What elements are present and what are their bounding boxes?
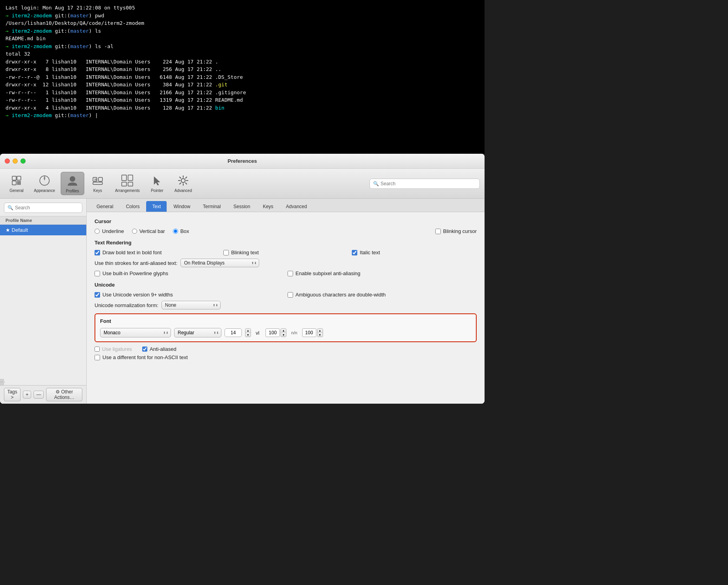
advanced-icon <box>176 173 190 188</box>
font-name-select[interactable]: Monaco Menlo Courier New <box>100 328 171 337</box>
ligatures-label: Use ligatures <box>102 346 132 352</box>
font-size-up[interactable]: ▲ <box>245 329 251 333</box>
drag-dots: ⋮ <box>0 379 6 385</box>
thin-strokes-select-container[interactable]: On Retina Displays Always Never <box>180 259 259 267</box>
terminal-line: → iterm2-zmodem git:(master) pwd <box>6 12 479 20</box>
vl-stepper-box[interactable]: ▲ ▼ <box>266 328 286 337</box>
window-title: Preferences <box>228 158 257 164</box>
toolbar-item-advanced[interactable]: Advanced <box>171 172 196 195</box>
cursor-vertical-bar[interactable]: Vertical bar <box>132 228 165 234</box>
sidebar-search-bar[interactable]: 🔍 <box>4 203 82 213</box>
fraction-up[interactable]: ▲ <box>318 329 323 333</box>
toolbar-item-profiles[interactable]: Profiles <box>61 172 84 195</box>
settings-area: Cursor Underline Vertical bar <box>87 212 485 404</box>
font-size-down[interactable]: ▼ <box>245 333 251 337</box>
unicode-widths-item[interactable]: Use Unicode version 9+ widths <box>95 292 284 298</box>
blinking-text-label: Blinking text <box>231 250 259 255</box>
fraction-down[interactable]: ▼ <box>318 333 323 337</box>
fraction-stepper-box[interactable]: ▲ ▼ <box>302 328 323 337</box>
non-ascii-checkbox[interactable] <box>95 355 100 360</box>
blinking-text-item[interactable]: Blinking text <box>223 250 348 255</box>
normalization-select[interactable]: None NFC NFD NFKC NFKD <box>162 301 221 309</box>
tab-terminal[interactable]: Terminal <box>197 201 227 212</box>
anti-aliased-checkbox[interactable] <box>142 347 147 352</box>
unicode-checkboxes: Use Unicode version 9+ widths Ambiguous … <box>95 292 477 298</box>
subpixel-item[interactable]: Enable subpixel anti-aliasing <box>288 270 477 276</box>
toolbar-icons: General Appearance Profiles ⌘ Keys <box>5 172 370 195</box>
unicode-widths-checkbox[interactable] <box>95 292 100 298</box>
ligatures-checkbox[interactable] <box>95 347 100 352</box>
powerline-subpixel-row: Use built-in Powerline glyphs Enable sub… <box>95 270 477 276</box>
draw-bold-checkbox[interactable] <box>95 250 100 255</box>
tab-window[interactable]: Window <box>167 201 196 212</box>
font-size-input[interactable] <box>225 328 242 337</box>
cursor-box-radio[interactable] <box>173 229 178 234</box>
toolbar-item-pointer[interactable]: Pointer <box>145 172 169 195</box>
cursor-radio-group: Underline Vertical bar Box <box>95 228 189 234</box>
sidebar-search-input[interactable] <box>15 205 79 211</box>
svg-rect-1 <box>12 181 16 185</box>
normalization-row: Unicode normalization form: None NFC NFD… <box>95 301 477 309</box>
fraction-input[interactable] <box>302 328 316 337</box>
subpixel-checkbox[interactable] <box>288 271 293 276</box>
blinking-text-checkbox[interactable] <box>223 250 229 255</box>
profile-list: Profile Name ★ Default <box>0 216 86 379</box>
tab-colors[interactable]: Colors <box>120 201 146 212</box>
vl-up[interactable]: ▲ <box>281 329 286 333</box>
italic-text-checkbox[interactable] <box>352 250 357 255</box>
minimize-button[interactable] <box>13 158 18 164</box>
toolbar-item-appearance[interactable]: Appearance <box>30 172 59 195</box>
draw-bold-item[interactable]: Draw bold text in bold font <box>95 250 219 255</box>
vl-down[interactable]: ▼ <box>281 333 286 337</box>
ambiguous-label: Ambiguous characters are double-width <box>295 292 386 298</box>
font-size-stepper[interactable]: ▲ ▼ <box>245 328 251 337</box>
other-actions-button[interactable]: ⚙ Other Actions… <box>46 388 82 401</box>
terminal-line: /Users/lishan10/Desktop/QA/code/iterm2-z… <box>6 19 479 27</box>
powerline-checkbox[interactable] <box>95 271 100 276</box>
tab-text[interactable]: Text <box>146 201 167 212</box>
remove-profile-button[interactable]: — <box>33 391 44 399</box>
cursor-box[interactable]: Box <box>173 228 189 234</box>
blinking-cursor-checkbox[interactable] <box>435 229 441 234</box>
profile-item-default[interactable]: ★ Default <box>0 225 86 235</box>
blinking-cursor-item[interactable]: Blinking cursor <box>435 228 477 234</box>
toolbar-item-general[interactable]: General <box>5 172 28 195</box>
toolbar-item-arrangements[interactable]: Arrangements <box>111 172 144 195</box>
advanced-label: Advanced <box>175 188 192 193</box>
keys-label: Keys <box>93 188 102 193</box>
thin-strokes-row: Use thin strokes for anti-aliased text: … <box>95 259 477 267</box>
powerline-item[interactable]: Use built-in Powerline glyphs <box>95 270 284 276</box>
ambiguous-item[interactable]: Ambiguous characters are double-width <box>288 292 477 298</box>
font-style-container[interactable]: Regular Bold Italic Bold Italic <box>174 328 221 337</box>
font-name-container[interactable]: Monaco Menlo Courier New <box>100 328 171 337</box>
toolbar-search-bar[interactable]: 🔍 <box>370 179 480 189</box>
tab-general[interactable]: General <box>91 201 119 212</box>
normalization-select-container[interactable]: None NFC NFD NFKC NFKD <box>162 301 221 309</box>
maximize-button[interactable] <box>20 158 26 164</box>
terminal-line: -rw-r--r-- 1 lishan10 INTERNAL\Domain Us… <box>6 89 479 97</box>
ambiguous-checkbox[interactable] <box>288 292 293 298</box>
vl-input[interactable] <box>266 328 280 337</box>
cursor-underline-radio[interactable] <box>95 229 100 234</box>
tags-button[interactable]: Tags > <box>4 388 20 401</box>
close-button[interactable] <box>5 158 10 164</box>
font-style-select[interactable]: Regular Bold Italic Bold Italic <box>174 328 221 337</box>
drag-handle[interactable]: ⋮ <box>0 379 4 385</box>
window-controls <box>5 158 26 164</box>
svg-rect-11 <box>128 175 133 181</box>
thin-strokes-select[interactable]: On Retina Displays Always Never <box>180 259 259 267</box>
cursor-underline[interactable]: Underline <box>95 228 124 234</box>
tab-advanced[interactable]: Advanced <box>280 201 313 212</box>
terminal-line: drwxr-xr-x 8 lishan10 INTERNAL\Domain Us… <box>6 65 479 73</box>
toolbar-item-keys[interactable]: ⌘ Keys <box>86 172 110 195</box>
add-profile-button[interactable]: + <box>23 391 31 399</box>
tab-keys[interactable]: Keys <box>257 201 279 212</box>
tab-session[interactable]: Session <box>227 201 256 212</box>
terminal-line: total 32 <box>6 50 479 58</box>
italic-text-item[interactable]: Italic text <box>352 250 477 255</box>
non-ascii-item[interactable]: Use a different font for non-ASCII text <box>95 354 477 360</box>
sidebar: 🔍 Profile Name ★ Default ⋮ Tags > + — ⚙ … <box>0 199 87 404</box>
search-input[interactable] <box>381 181 476 186</box>
cursor-vertical-bar-radio[interactable] <box>132 229 137 234</box>
font-section-title: Font <box>100 318 471 324</box>
